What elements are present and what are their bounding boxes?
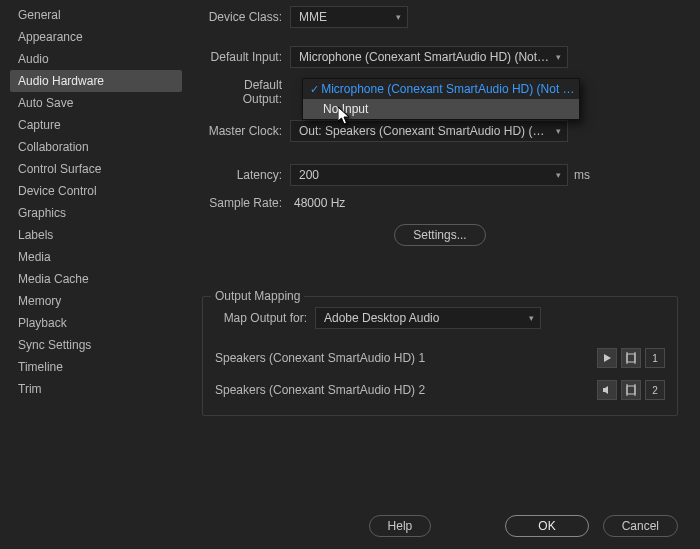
dropdown-option-no-input[interactable]: No Input bbox=[303, 99, 579, 119]
cancel-button[interactable]: Cancel bbox=[603, 515, 678, 537]
default-input-label: Default Input: bbox=[202, 50, 290, 64]
output-mapping-title: Output Mapping bbox=[211, 289, 304, 303]
chevron-down-icon: ▾ bbox=[396, 12, 401, 22]
sidebar-item-memory[interactable]: Memory bbox=[10, 290, 182, 312]
latency-value: 200 bbox=[299, 168, 319, 182]
sidebar-item-label: Timeline bbox=[18, 360, 63, 374]
sidebar-item-general[interactable]: General bbox=[10, 4, 182, 26]
device-class-value: MME bbox=[299, 10, 327, 24]
output-mapping-section: Output Mapping Map Output for: Adobe Des… bbox=[202, 296, 678, 416]
output-row-label: Speakers (Conexant SmartAudio HD) 1 bbox=[215, 351, 597, 365]
sidebar-item-capture[interactable]: Capture bbox=[10, 114, 182, 136]
default-input-select[interactable]: Microphone (Conexant SmartAudio HD) (Not… bbox=[290, 46, 568, 68]
speaker-icon[interactable] bbox=[597, 380, 617, 400]
chevron-down-icon: ▾ bbox=[556, 170, 561, 180]
map-output-select[interactable]: Adobe Desktop Audio ▾ bbox=[315, 307, 541, 329]
ok-button[interactable]: OK bbox=[505, 515, 588, 537]
master-clock-value: Out: Speakers (Conexant SmartAudio HD) (… bbox=[299, 124, 550, 138]
check-icon: ✓ bbox=[307, 83, 321, 96]
map-output-label: Map Output for: bbox=[215, 311, 315, 325]
sidebar-item-media-cache[interactable]: Media Cache bbox=[10, 268, 182, 290]
sidebar-item-control-surface[interactable]: Control Surface bbox=[10, 158, 182, 180]
sidebar-item-device-control[interactable]: Device Control bbox=[10, 180, 182, 202]
output-row-2: Speakers (Conexant SmartAudio HD) 2 2 bbox=[215, 379, 665, 401]
sidebar-item-audio-hardware[interactable]: Audio Hardware bbox=[10, 70, 182, 92]
sidebar: General Appearance Audio Audio Hardware … bbox=[0, 0, 188, 500]
sidebar-item-label: General bbox=[18, 8, 61, 22]
dropdown-option-selected[interactable]: ✓ Microphone (Conexant SmartAudio HD) (N… bbox=[303, 79, 579, 99]
master-clock-label: Master Clock: bbox=[202, 124, 290, 138]
sidebar-item-label: Audio Hardware bbox=[18, 74, 104, 88]
sidebar-item-audio[interactable]: Audio bbox=[10, 48, 182, 70]
sidebar-item-label: Control Surface bbox=[18, 162, 101, 176]
sidebar-item-label: Device Control bbox=[18, 184, 97, 198]
latency-select[interactable]: 200 ▾ bbox=[290, 164, 568, 186]
sidebar-item-label: Appearance bbox=[18, 30, 83, 44]
sidebar-item-label: Media Cache bbox=[18, 272, 89, 286]
svg-rect-1 bbox=[627, 354, 635, 362]
svg-marker-4 bbox=[603, 386, 608, 394]
sidebar-item-sync-settings[interactable]: Sync Settings bbox=[10, 334, 182, 356]
dropdown-option-label: No Input bbox=[323, 102, 368, 116]
sidebar-item-collaboration[interactable]: Collaboration bbox=[10, 136, 182, 158]
default-output-label: Default Output: bbox=[202, 78, 290, 106]
output-row-1: Speakers (Conexant SmartAudio HD) 1 1 bbox=[215, 347, 665, 369]
latency-label: Latency: bbox=[202, 168, 290, 182]
help-button[interactable]: Help bbox=[369, 515, 432, 537]
sidebar-item-label: Capture bbox=[18, 118, 61, 132]
chevron-down-icon: ▾ bbox=[556, 126, 561, 136]
sidebar-item-trim[interactable]: Trim bbox=[10, 378, 182, 400]
sidebar-item-label: Media bbox=[18, 250, 51, 264]
sidebar-item-label: Trim bbox=[18, 382, 42, 396]
settings-button[interactable]: Settings... bbox=[394, 224, 485, 246]
sidebar-item-label: Playback bbox=[18, 316, 67, 330]
master-clock-select[interactable]: Out: Speakers (Conexant SmartAudio HD) (… bbox=[290, 120, 568, 142]
svg-rect-5 bbox=[627, 386, 635, 394]
sample-rate-value: 48000 Hz bbox=[290, 196, 345, 210]
channel-number[interactable]: 1 bbox=[645, 348, 665, 368]
sidebar-item-labels[interactable]: Labels bbox=[10, 224, 182, 246]
sidebar-item-label: Sync Settings bbox=[18, 338, 91, 352]
sidebar-item-label: Collaboration bbox=[18, 140, 89, 154]
main-panel: Device Class: MME ▾ Default Input: Micro… bbox=[188, 0, 700, 500]
sidebar-item-playback[interactable]: Playback bbox=[10, 312, 182, 334]
sidebar-item-timeline[interactable]: Timeline bbox=[10, 356, 182, 378]
play-icon[interactable] bbox=[597, 348, 617, 368]
sidebar-item-label: Auto Save bbox=[18, 96, 73, 110]
sidebar-item-label: Memory bbox=[18, 294, 61, 308]
sidebar-item-label: Graphics bbox=[18, 206, 66, 220]
latency-unit: ms bbox=[574, 168, 590, 182]
dropdown-option-label: Microphone (Conexant SmartAudio HD) (Not… bbox=[321, 82, 575, 96]
default-input-dropdown[interactable]: ✓ Microphone (Conexant SmartAudio HD) (N… bbox=[302, 78, 580, 120]
device-class-select[interactable]: MME ▾ bbox=[290, 6, 408, 28]
sidebar-item-label: Audio bbox=[18, 52, 49, 66]
sidebar-item-graphics[interactable]: Graphics bbox=[10, 202, 182, 224]
svg-marker-0 bbox=[604, 354, 611, 362]
output-row-label: Speakers (Conexant SmartAudio HD) 2 bbox=[215, 383, 597, 397]
dialog-footer: Help OK Cancel bbox=[369, 515, 678, 537]
map-output-value: Adobe Desktop Audio bbox=[324, 311, 439, 325]
default-input-value: Microphone (Conexant SmartAudio HD) (Not… bbox=[299, 50, 550, 64]
chevron-down-icon: ▾ bbox=[556, 52, 561, 62]
sidebar-item-appearance[interactable]: Appearance bbox=[10, 26, 182, 48]
device-class-label: Device Class: bbox=[202, 10, 290, 24]
chevron-down-icon: ▾ bbox=[529, 313, 534, 323]
clip-icon[interactable] bbox=[621, 380, 641, 400]
sidebar-item-label: Labels bbox=[18, 228, 53, 242]
channel-number[interactable]: 2 bbox=[645, 380, 665, 400]
clip-icon[interactable] bbox=[621, 348, 641, 368]
sidebar-item-media[interactable]: Media bbox=[10, 246, 182, 268]
sidebar-item-auto-save[interactable]: Auto Save bbox=[10, 92, 182, 114]
sample-rate-label: Sample Rate: bbox=[202, 196, 290, 210]
